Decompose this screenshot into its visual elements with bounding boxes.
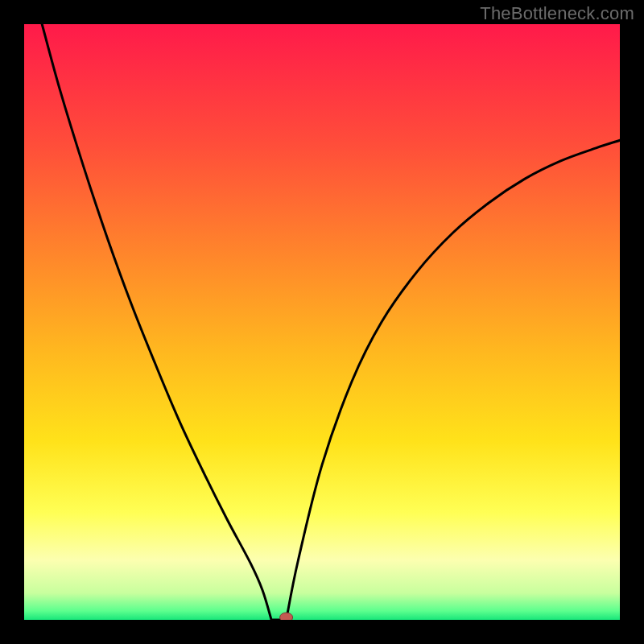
plot-svg <box>24 24 620 620</box>
gradient-background <box>24 24 620 620</box>
minimum-marker <box>280 613 293 620</box>
watermark-text: TheBottleneck.com <box>480 3 634 24</box>
chart-frame: TheBottleneck.com <box>0 0 644 644</box>
plot-area <box>24 24 620 620</box>
